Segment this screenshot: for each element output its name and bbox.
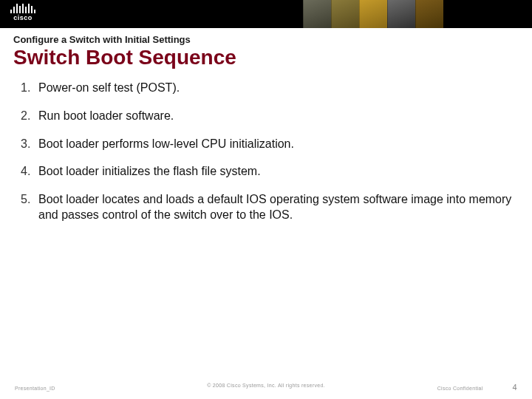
boot-sequence-list: Power-on self test (POST). Run boot load… bbox=[21, 80, 516, 223]
copyright: © 2008 Cisco Systems, Inc. All rights re… bbox=[207, 383, 325, 388]
page-number: 4 bbox=[513, 383, 517, 392]
cisco-logo: cisco bbox=[10, 3, 35, 21]
slide-header: Configure a Switch with Initial Settings… bbox=[0, 28, 532, 77]
list-item: Boot loader initializes the flash file s… bbox=[21, 163, 516, 180]
list-item: Boot loader locates and loads a default … bbox=[21, 191, 516, 223]
logo-text: cisco bbox=[13, 14, 33, 21]
step-text: Boot loader locates and loads a default … bbox=[38, 191, 516, 223]
list-item: Power-on self test (POST). bbox=[21, 80, 516, 96]
slide-footer: Presentation_ID © 2008 Cisco Systems, In… bbox=[0, 383, 532, 392]
step-text: Power-on self test (POST). bbox=[38, 80, 180, 96]
list-item: Boot loader performs low-level CPU initi… bbox=[21, 136, 516, 152]
section-kicker: Configure a Switch with Initial Settings bbox=[13, 34, 519, 45]
slide: cisco Configure a Switch with Initial Se… bbox=[0, 0, 532, 399]
list-item: Run boot loader software. bbox=[21, 108, 516, 124]
step-text: Run boot loader software. bbox=[38, 108, 174, 124]
top-bar: cisco bbox=[0, 0, 532, 28]
logo-bars-icon bbox=[10, 3, 35, 13]
confidential-label: Cisco Confidential bbox=[437, 386, 483, 391]
step-text: Boot loader initializes the flash file s… bbox=[38, 163, 261, 180]
header-photo-strip bbox=[303, 0, 443, 28]
slide-body: Power-on self test (POST). Run boot load… bbox=[0, 77, 532, 235]
slide-title: Switch Boot Sequence bbox=[13, 47, 519, 68]
step-text: Boot loader performs low-level CPU initi… bbox=[38, 136, 294, 152]
presentation-id: Presentation_ID bbox=[15, 386, 55, 391]
